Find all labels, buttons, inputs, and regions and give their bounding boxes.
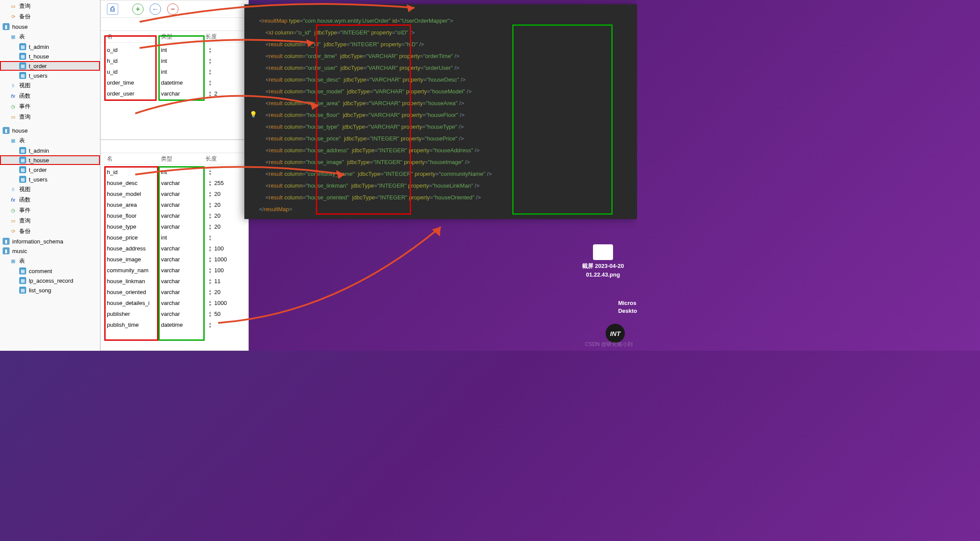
back-button[interactable]: ← <box>150 3 161 15</box>
col-length: 20 <box>214 212 232 219</box>
sort-icon[interactable]: ▴▾ <box>206 90 214 97</box>
nav-functions[interactable]: fx函数 <box>0 91 100 101</box>
column-row[interactable]: house_typevarchar▴▾20 <box>101 221 248 232</box>
sort-icon[interactable]: ▴▾ <box>206 245 214 252</box>
column-row[interactable]: house_addressvarchar▴▾100 <box>101 243 248 254</box>
folder-icon: ▦ <box>10 33 17 40</box>
col-length: 1000 <box>214 256 232 263</box>
sort-icon[interactable]: ▴▾ <box>206 212 214 219</box>
table-item-list_song[interactable]: ▦list_song <box>0 285 100 295</box>
lightbulb-icon[interactable]: 💡 <box>250 111 257 118</box>
col-length: 20 <box>214 289 232 295</box>
table-item-t_order[interactable]: ▦t_order <box>0 61 100 71</box>
sort-icon[interactable]: ▴▾ <box>206 278 214 285</box>
column-row[interactable]: house_modelvarchar▴▾20 <box>101 188 248 199</box>
column-row[interactable]: house_floorvarchar▴▾20 <box>101 210 248 221</box>
nav-infoschema[interactable]: ▮information_schema <box>0 236 100 246</box>
nav-query3[interactable]: ▭查询 <box>0 216 100 226</box>
column-row[interactable]: house_imagevarchar▴▾1000 <box>101 254 248 265</box>
col-name: house_floor <box>101 212 158 219</box>
nav-views[interactable]: ◊视图 <box>0 80 100 91</box>
column-row[interactable]: order_uservarchar▴▾2 <box>101 88 248 99</box>
nav-backup2[interactable]: ⟳备份 <box>0 226 100 236</box>
nav-music[interactable]: ▮music <box>0 246 100 256</box>
header-name[interactable]: 名 <box>101 33 158 41</box>
nav-tables2[interactable]: ▦表 <box>0 135 100 146</box>
label: 事件 <box>19 206 31 214</box>
sort-icon[interactable]: ▴▾ <box>206 58 214 65</box>
nav-events2[interactable]: ◷事件 <box>0 205 100 216</box>
delete-column-button[interactable]: − <box>167 3 178 15</box>
sort-icon[interactable]: ▴▾ <box>206 300 214 307</box>
sort-icon[interactable]: ▴▾ <box>206 79 214 86</box>
nav-db-house2[interactable]: ▮house <box>0 126 100 135</box>
nav-db-house[interactable]: ▮house <box>0 22 100 31</box>
nav-views2[interactable]: ◊视图 <box>0 184 100 195</box>
nav-query[interactable]: ▭查询 <box>0 1 100 11</box>
sort-icon[interactable]: ▴▾ <box>206 322 214 329</box>
table-item-t_house[interactable]: ▦t_house <box>0 51 100 61</box>
sort-icon[interactable]: ▴▾ <box>206 289 214 296</box>
header-type[interactable]: 类型 <box>158 155 206 163</box>
db-navigator: ▭查询 ⟳备份 ▮house ▦表 ▦t_admin▦t_house▦t_ord… <box>0 0 100 351</box>
add-column-button[interactable]: + <box>132 3 144 15</box>
sort-icon[interactable]: ▴▾ <box>206 267 214 274</box>
column-row[interactable]: u_idint▴▾ <box>101 66 248 77</box>
table-item-t_admin[interactable]: ▦t_admin <box>0 42 100 51</box>
column-row[interactable]: o_idint▴▾ <box>101 45 248 55</box>
nav-query2[interactable]: ▭查询 <box>0 112 100 122</box>
nav-tables[interactable]: ▦表 <box>0 31 100 42</box>
header-type[interactable]: 类型 <box>158 33 206 41</box>
sort-icon[interactable]: ▴▾ <box>206 47 214 54</box>
column-row[interactable]: house_detailes_ivarchar▴▾1000 <box>101 298 248 308</box>
column-row[interactable]: publish_timedatetime▴▾ <box>101 319 248 330</box>
sort-icon[interactable]: ▴▾ <box>206 256 214 263</box>
column-row[interactable]: h_idint▴▾ <box>101 167 248 178</box>
column-row[interactable]: h_idint▴▾ <box>101 55 248 66</box>
table-item-t_order[interactable]: ▦t_order <box>0 165 100 175</box>
column-row[interactable]: house_linkmanvarchar▴▾11 <box>101 276 248 287</box>
sort-icon[interactable]: ▴▾ <box>206 202 214 209</box>
column-row[interactable]: house_descvarchar▴▾255 <box>101 178 248 188</box>
table-item-t_users[interactable]: ▦t_users <box>0 175 100 184</box>
column-row[interactable]: house_orientedvarchar▴▾20 <box>101 287 248 298</box>
nav-music-tables[interactable]: ▦表 <box>0 256 100 266</box>
nav-events[interactable]: ◷事件 <box>0 101 100 112</box>
column-row[interactable]: community_namvarchar▴▾100 <box>101 265 248 276</box>
header-length[interactable]: 长度 <box>206 155 223 163</box>
sort-icon[interactable]: ▴▾ <box>206 234 214 241</box>
sort-icon[interactable]: ▴▾ <box>206 311 214 318</box>
col-name: house_address <box>101 245 158 252</box>
table-item-t_house[interactable]: ▦t_house <box>0 155 100 165</box>
sort-icon[interactable]: ▴▾ <box>206 191 214 198</box>
fx-icon: fx <box>10 196 17 203</box>
xml-code-editor[interactable]: <resultMap type="com.house.wym.entity.Us… <box>244 4 637 219</box>
header-length[interactable]: 长度 <box>206 33 223 41</box>
table-icon: ▦ <box>19 147 26 154</box>
label: t_users <box>29 176 48 183</box>
col-length: 11 <box>214 278 232 284</box>
table-item-t_admin[interactable]: ▦t_admin <box>0 146 100 155</box>
column-row[interactable]: order_timedatetime▴▾ <box>101 77 248 88</box>
nav-functions2[interactable]: fx函数 <box>0 195 100 205</box>
table-item-t_users[interactable]: ▦t_users <box>0 71 100 80</box>
sort-icon[interactable]: ▴▾ <box>206 180 214 187</box>
sort-icon[interactable]: ▴▾ <box>206 223 214 230</box>
col-name: house_model <box>101 191 158 197</box>
event-icon: ◷ <box>10 103 17 110</box>
desktop-file-label[interactable]: 截屏 2023-04-20 01.22.43.png <box>582 244 624 279</box>
table-item-comment[interactable]: ▦comment <box>0 266 100 276</box>
save-button[interactable]: ⎙ <box>107 3 118 15</box>
column-row[interactable]: house_priceint▴▾ <box>101 232 248 243</box>
table-designer-thouse: 名 类型 长度 h_idint▴▾house_descvarchar▴▾255h… <box>100 140 249 351</box>
label: t_admin <box>29 147 49 154</box>
table-icon: ▦ <box>19 277 26 284</box>
nav-backup[interactable]: ⟳备份 <box>0 11 100 22</box>
column-row[interactable]: house_areavarchar▴▾20 <box>101 199 248 210</box>
sort-icon[interactable]: ▴▾ <box>206 68 214 75</box>
column-row[interactable]: publishervarchar▴▾50 <box>101 308 248 319</box>
header-name[interactable]: 名 <box>101 155 158 163</box>
sort-icon[interactable]: ▴▾ <box>206 169 214 176</box>
table-item-lp_access_record[interactable]: ▦lp_access_record <box>0 276 100 285</box>
label: 函数 <box>19 92 31 100</box>
